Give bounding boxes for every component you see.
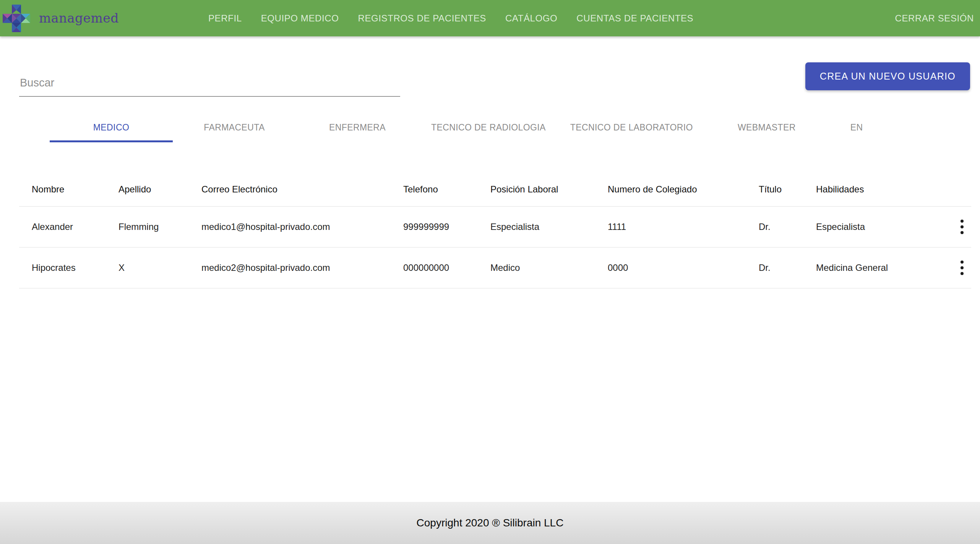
kebab-dot [961, 261, 964, 264]
nav-item-registros-de-pacientes[interactable]: REGISTROS DE PACIENTES [358, 13, 486, 24]
main-nav: PERFIL EQUIPO MEDICO REGISTROS DE PACIEN… [208, 13, 693, 24]
kebab-dot [961, 220, 964, 223]
role-tabbar: MEDICO FARMACEUTA ENFERMERA TECNICO DE R… [50, 115, 980, 142]
page-footer: Copyright 2020 ® Silibrain LLC [0, 502, 980, 544]
cell-nombre: Hipocrates [32, 262, 118, 273]
tab-farmaceuta[interactable]: FARMACEUTA [173, 115, 296, 142]
search-field-wrap [19, 73, 400, 97]
tab-enfermera[interactable]: ENFERMERA [296, 115, 419, 142]
page: managemed PERFIL EQUIPO MEDICO REGISTROS… [0, 0, 980, 544]
tab-webmaster[interactable]: WEBMASTER [705, 115, 828, 142]
cell-titulo: Dr. [759, 262, 816, 273]
cell-posicion: Medico [490, 262, 608, 273]
col-header-apellido: Apellido [118, 184, 201, 195]
tab-cut-off[interactable]: EN [828, 115, 980, 142]
tab-tecnico-de-radiologia[interactable]: TECNICO DE RADIOLOGIA [419, 115, 558, 142]
cell-habilidades: Medicina General [816, 262, 948, 273]
table-row: Hipocrates X medico2@hospital-privado.co… [19, 248, 971, 288]
cell-titulo: Dr. [759, 222, 816, 232]
cell-colegiado: 1111 [608, 222, 759, 232]
medical-cross-icon [2, 5, 31, 32]
cell-nombre: Alexander [32, 222, 118, 232]
col-header-telefono: Telefono [403, 184, 490, 195]
logout-link[interactable]: CERRAR SESIÓN [895, 13, 980, 24]
kebab-dot [961, 231, 964, 234]
app-header: managemed PERFIL EQUIPO MEDICO REGISTROS… [0, 0, 980, 36]
table-row: Alexander Flemming medico1@hospital-priv… [19, 207, 971, 248]
nav-item-perfil[interactable]: PERFIL [208, 13, 242, 24]
col-header-titulo: Título [759, 184, 816, 195]
brand-name: managemed [39, 11, 119, 26]
copyright-text: Copyright 2020 ® Silibrain LLC [417, 517, 564, 529]
cell-colegiado: 0000 [608, 262, 759, 273]
nav-item-cuentas-de-pacientes[interactable]: CUENTAS DE PACIENTES [576, 13, 693, 24]
brand-logo[interactable]: managemed [0, 5, 208, 32]
kebab-dot [961, 266, 964, 269]
medical-staff-table: Nombre Apellido Correo Electrónico Telef… [19, 172, 971, 288]
cell-apellido: Flemming [118, 222, 201, 232]
row-actions-kebab-button[interactable] [953, 215, 971, 239]
cell-telefono: 000000000 [403, 262, 490, 273]
cell-correo: medico1@hospital-privado.com [201, 222, 403, 232]
cell-habilidades: Especialista [816, 222, 948, 232]
tab-medico[interactable]: MEDICO [50, 115, 173, 142]
cell-telefono: 999999999 [403, 222, 490, 232]
col-header-colegiado: Numero de Colegiado [608, 184, 759, 195]
col-header-nombre: Nombre [32, 184, 118, 195]
nav-item-equipo-medico[interactable]: EQUIPO MEDICO [261, 13, 339, 24]
nav-item-catalogo[interactable]: CATÁLOGO [505, 13, 557, 24]
kebab-dot [961, 225, 964, 228]
table-header-row: Nombre Apellido Correo Electrónico Telef… [19, 172, 971, 207]
cell-apellido: X [118, 262, 201, 273]
tab-tecnico-de-laboratorio[interactable]: TECNICO DE LABORATORIO [558, 115, 705, 142]
row-actions-kebab-button[interactable] [953, 256, 971, 280]
col-header-habilidades: Habilidades [816, 184, 948, 195]
col-header-posicion: Posición Laboral [490, 184, 608, 195]
cell-correo: medico2@hospital-privado.com [201, 262, 403, 273]
search-input[interactable] [19, 73, 400, 97]
kebab-dot [961, 272, 964, 275]
create-new-user-button[interactable]: CREA UN NUEVO USUARIO [805, 62, 970, 90]
cell-posicion: Especialista [490, 222, 608, 232]
col-header-correo: Correo Electrónico [201, 184, 403, 195]
